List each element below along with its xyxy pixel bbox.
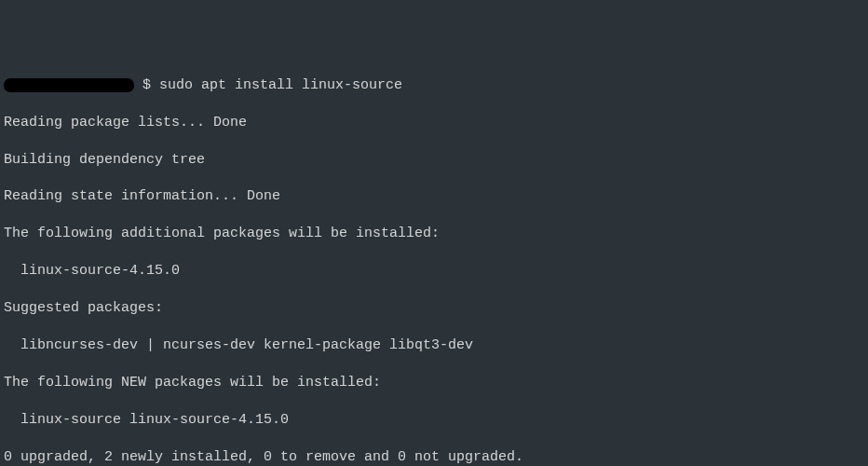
output-line: Building dependency tree [4, 151, 864, 170]
command-text: sudo apt install linux-source [159, 76, 402, 95]
prompt-line: $ sudo apt install linux-source [4, 76, 864, 95]
output-line: Reading package lists... Done [4, 114, 864, 132]
output-line: 0 upgraded, 2 newly installed, 0 to remo… [4, 448, 864, 467]
output-line: Reading state information... Done [4, 187, 864, 206]
output-line: The following additional packages will b… [4, 225, 864, 243]
output-line: The following NEW packages will be insta… [4, 374, 864, 392]
output-line: linux-source-4.15.0 [4, 262, 864, 281]
redacted-hostname [4, 78, 134, 92]
output-line: linux-source linux-source-4.15.0 [4, 411, 864, 430]
output-line: libncurses-dev | ncurses-dev kernel-pack… [4, 336, 864, 355]
prompt-symbol: $ [134, 76, 159, 95]
output-line: Suggested packages: [4, 299, 864, 318]
